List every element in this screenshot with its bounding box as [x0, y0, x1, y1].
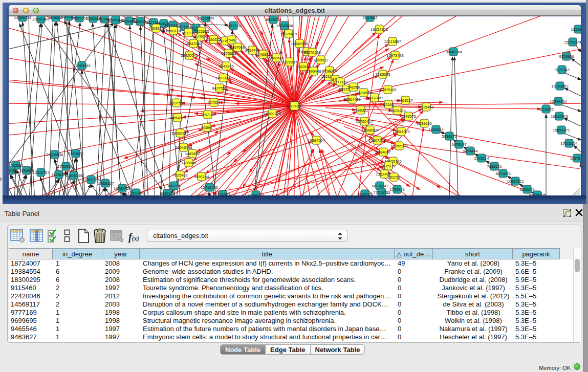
svg-text:746266: 746266 — [347, 85, 360, 90]
svg-text:15720407: 15720407 — [356, 119, 373, 124]
svg-text:2487682: 2487682 — [362, 16, 377, 20]
svg-text:1640954: 1640954 — [428, 127, 443, 132]
svg-text:19218506: 19218506 — [276, 24, 293, 28]
svg-text:83270296: 83270296 — [303, 50, 320, 55]
svg-text:16782759: 16782759 — [114, 186, 130, 191]
svg-text:19654923: 19654923 — [393, 129, 409, 134]
svg-text:10688609: 10688609 — [361, 128, 378, 133]
svg-text:1162615: 1162615 — [296, 64, 311, 69]
svg-text:98115205: 98115205 — [529, 193, 546, 196]
svg-text:17016504: 17016504 — [560, 141, 577, 146]
svg-text:7357274: 7357274 — [226, 24, 241, 28]
svg-text:5938923: 5938923 — [442, 134, 456, 139]
svg-text:1409948: 1409948 — [181, 161, 196, 165]
svg-text:16033809: 16033809 — [197, 16, 214, 20]
svg-text:252254: 252254 — [387, 175, 400, 180]
svg-text:15300275: 15300275 — [264, 112, 280, 116]
svg-text:3215955: 3215955 — [538, 107, 553, 112]
svg-text:2803144: 2803144 — [215, 76, 230, 80]
svg-text:10107553: 10107553 — [168, 101, 185, 105]
svg-text:81281134: 81281134 — [248, 193, 265, 196]
svg-text:2935114: 2935114 — [474, 156, 489, 161]
svg-text:891295: 891295 — [182, 31, 194, 35]
svg-text:9457791: 9457791 — [166, 184, 181, 188]
svg-text:12444154: 12444154 — [550, 99, 567, 104]
svg-text:12505135: 12505135 — [65, 173, 82, 178]
svg-text:10958107: 10958107 — [97, 181, 114, 186]
svg-text:9115460: 9115460 — [419, 105, 434, 110]
svg-text:18724007: 18724007 — [286, 104, 303, 108]
svg-text:9884067: 9884067 — [376, 150, 390, 155]
svg-text:20364436: 20364436 — [343, 97, 360, 102]
svg-text:14055724: 14055724 — [14, 16, 31, 20]
svg-text:20691406: 20691406 — [32, 17, 49, 21]
svg-text:26053346: 26053346 — [73, 63, 90, 68]
svg-text:16046788: 16046788 — [175, 145, 192, 150]
svg-text:16640910: 16640910 — [291, 41, 308, 46]
svg-text:19756928: 19756928 — [390, 144, 407, 148]
svg-text:10025433: 10025433 — [388, 108, 405, 113]
svg-text:8960124: 8960124 — [166, 29, 181, 33]
svg-text:6679197: 6679197 — [451, 142, 466, 147]
svg-text:39157: 39157 — [9, 168, 16, 173]
svg-text:19384554: 19384554 — [308, 138, 324, 143]
svg-text:17359934: 17359934 — [57, 164, 74, 169]
svg-text:546: 546 — [229, 38, 235, 42]
svg-text:16543382: 16543382 — [185, 41, 202, 46]
svg-text:5393873: 5393873 — [68, 151, 83, 156]
svg-text:1733426: 1733426 — [389, 187, 404, 192]
svg-text:14136141: 14136141 — [371, 184, 388, 188]
svg-text:1615132: 1615132 — [381, 164, 396, 168]
svg-text:8471626: 8471626 — [495, 171, 510, 176]
svg-text:19654923: 19654923 — [169, 116, 186, 120]
svg-text:12323468: 12323468 — [127, 191, 144, 195]
svg-text:19166827: 19166827 — [171, 131, 188, 136]
svg-text:10973493: 10973493 — [386, 53, 403, 58]
svg-text:1588520: 1588520 — [269, 56, 284, 60]
svg-text:53594: 53594 — [202, 125, 212, 130]
svg-text:4039125: 4039125 — [160, 191, 175, 196]
svg-text:9463627: 9463627 — [398, 98, 412, 103]
svg-text:9777169: 9777169 — [333, 80, 347, 84]
svg-text:10654112: 10654112 — [507, 179, 524, 184]
svg-text:7955812: 7955812 — [313, 58, 328, 62]
svg-text:11325419: 11325419 — [280, 32, 297, 36]
svg-text:6234363: 6234363 — [215, 192, 230, 196]
svg-text:3624554: 3624554 — [356, 91, 371, 95]
svg-text:417004: 417004 — [207, 100, 220, 105]
svg-text:5322037: 5322037 — [282, 60, 297, 64]
svg-text:12093853: 12093853 — [551, 84, 568, 89]
svg-text:7625402: 7625402 — [172, 173, 187, 178]
svg-text:1549575: 1549575 — [401, 114, 416, 119]
svg-text:5864735: 5864735 — [357, 192, 372, 196]
svg-text:16210643: 16210643 — [551, 114, 568, 119]
svg-text:20206536: 20206536 — [46, 152, 63, 157]
svg-text:1469822: 1469822 — [185, 151, 200, 156]
svg-text:12213957: 12213957 — [384, 39, 401, 44]
svg-text:7986322: 7986322 — [353, 108, 368, 113]
svg-text:22420046: 22420046 — [181, 53, 198, 58]
svg-text:9329966: 9329966 — [559, 54, 574, 59]
svg-text:9146821: 9146821 — [255, 52, 270, 57]
svg-text:7663822: 7663822 — [148, 26, 163, 31]
svg-text:16648764: 16648764 — [445, 50, 462, 54]
svg-text:16154808: 16154808 — [371, 27, 387, 32]
svg-text:1691144: 1691144 — [194, 174, 209, 179]
svg-text:1312876: 1312876 — [571, 27, 581, 32]
svg-text:5322605: 5322605 — [194, 29, 209, 34]
svg-text:9245052: 9245052 — [519, 187, 534, 192]
svg-text:15692971: 15692971 — [553, 128, 570, 133]
svg-text:15751074: 15751074 — [564, 40, 581, 45]
svg-text:1167533: 1167533 — [570, 156, 581, 161]
svg-text:77120755: 77120755 — [373, 190, 390, 195]
svg-text:2367608: 2367608 — [230, 45, 245, 50]
svg-text:1990448: 1990448 — [306, 69, 321, 74]
svg-text:5875685: 5875685 — [221, 51, 236, 56]
svg-text:62160: 62160 — [383, 102, 394, 107]
svg-text:6639695: 6639695 — [417, 121, 431, 126]
svg-text:1156829: 1156829 — [19, 168, 34, 173]
svg-text:8813054: 8813054 — [266, 17, 280, 22]
svg-text:9227343: 9227343 — [554, 68, 569, 72]
svg-text:8427552: 8427552 — [212, 86, 227, 91]
svg-text:10807487: 10807487 — [366, 96, 383, 100]
